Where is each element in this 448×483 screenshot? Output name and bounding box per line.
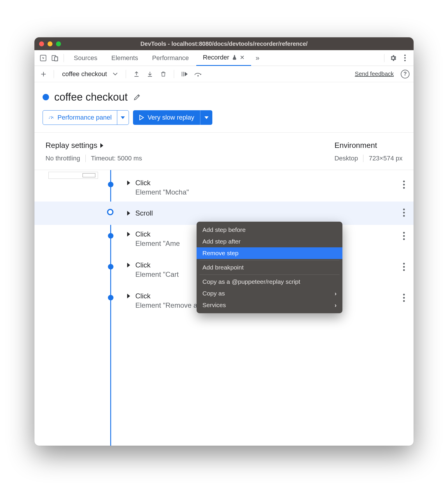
close-icon[interactable]: ✕	[240, 54, 245, 61]
device-value: Desktop	[335, 155, 358, 162]
recording-select[interactable]: coffee checkout	[59, 70, 120, 78]
step-subtitle: Element "Ame	[135, 239, 180, 248]
replay-button[interactable]: Very slow replay	[133, 110, 212, 125]
expand-step-icon[interactable]	[127, 263, 130, 267]
step-title: Click	[135, 230, 180, 238]
ctx-add-breakpoint[interactable]: Add breakpoint	[197, 262, 342, 273]
separator	[174, 70, 174, 78]
expand-step-icon[interactable]	[127, 211, 130, 216]
help-icon[interactable]: ?	[401, 70, 410, 78]
tab-elements[interactable]: Elements	[105, 50, 145, 66]
ctx-add-step-before[interactable]: Add step before	[197, 224, 342, 236]
window-controls	[39, 41, 61, 46]
expand-step-icon[interactable]	[127, 232, 130, 237]
replay-speed-dropdown[interactable]	[200, 110, 212, 125]
kebab-icon[interactable]	[400, 53, 410, 63]
titlebar: DevTools - localhost:8080/docs/devtools/…	[34, 37, 414, 50]
viewport-value: 723×574 px	[369, 155, 402, 162]
tab-performance[interactable]: Performance	[146, 50, 195, 66]
timeout-value: Timeout: 5000 ms	[91, 155, 142, 162]
replay-settings-heading[interactable]: Replay settings	[46, 141, 142, 150]
environment-heading: Environment	[335, 141, 402, 150]
performance-panel-dropdown[interactable]	[117, 111, 129, 125]
ctx-add-step-after[interactable]: Add step after	[197, 236, 342, 247]
ctx-remove-step[interactable]: Remove step	[197, 247, 342, 259]
zoom-window-button[interactable]	[56, 41, 61, 46]
step-row[interactable]: Click Element "Mocha"	[34, 174, 414, 202]
edit-title-icon[interactable]	[133, 93, 141, 101]
timeline-node	[108, 233, 113, 239]
steps-timeline: Click Element "Mocha" Scroll Click	[34, 170, 414, 446]
replay-button-label: Very slow replay	[148, 114, 194, 121]
svg-point-4	[197, 75, 199, 76]
recording-status-dot	[43, 94, 49, 100]
throttling-value: No throttling	[46, 155, 80, 162]
svg-rect-2	[55, 57, 58, 61]
performance-panel-label: Performance panel	[57, 114, 112, 121]
recording-header: coffee checkout Performance panel	[34, 82, 414, 133]
inspect-icon[interactable]	[38, 53, 48, 63]
step-over-icon[interactable]	[193, 69, 203, 79]
window-title: DevTools - localhost:8080/docs/devtools/…	[34, 41, 414, 47]
step-menu-icon[interactable]	[403, 209, 405, 217]
timeline-node	[108, 182, 113, 187]
expand-step-icon[interactable]	[127, 294, 130, 298]
chevron-down-icon	[113, 72, 118, 76]
step-menu-icon[interactable]	[403, 294, 405, 302]
performance-panel-button[interactable]: Performance panel	[43, 110, 129, 125]
recorder-toolbar: ＋ coffee checkout Send feedback ?	[34, 66, 414, 82]
window: DevTools - localhost:8080/docs/devtools/…	[34, 37, 414, 446]
separator	[54, 70, 54, 78]
add-recording-button[interactable]: ＋	[38, 68, 48, 80]
timeline-node	[107, 209, 113, 215]
separator	[384, 54, 384, 62]
close-window-button[interactable]	[39, 41, 44, 46]
ctx-copy-puppeteer[interactable]: Copy as a @puppeteer/replay script	[197, 276, 342, 288]
export-icon[interactable]	[131, 69, 142, 79]
ctx-services[interactable]: Services›	[197, 299, 342, 311]
chevron-right-icon: ›	[335, 302, 337, 309]
ctx-separator	[200, 274, 340, 275]
expand-icon	[100, 143, 103, 148]
recording-select-label: coffee checkout	[62, 70, 107, 78]
gear-icon[interactable]	[388, 53, 398, 63]
flask-icon	[232, 55, 237, 60]
minimize-window-button[interactable]	[48, 41, 52, 46]
step-menu-icon[interactable]	[403, 181, 405, 189]
delete-icon[interactable]	[158, 69, 169, 79]
more-tabs-icon[interactable]: »	[252, 53, 263, 63]
step-subtitle: Element "Mocha"	[135, 188, 189, 196]
chevron-right-icon: ›	[335, 290, 337, 297]
step-row[interactable]: Scroll	[34, 202, 414, 225]
send-feedback-link[interactable]: Send feedback	[355, 71, 394, 77]
step-menu-icon[interactable]	[403, 232, 405, 240]
timeline-node	[108, 295, 113, 300]
step-subtitle: Element "Cart	[135, 270, 179, 279]
step-title: Click	[135, 261, 179, 269]
settings-section: Replay settings No throttling Timeout: 5…	[34, 133, 414, 170]
ctx-copy-as[interactable]: Copy as›	[197, 288, 342, 299]
context-menu: Add step before Add step after Remove st…	[197, 222, 342, 313]
expand-step-icon[interactable]	[127, 181, 130, 185]
tab-sources[interactable]: Sources	[67, 50, 104, 66]
tab-recorder[interactable]: Recorder ✕	[196, 50, 251, 66]
separator	[126, 70, 126, 78]
step-menu-icon[interactable]	[403, 263, 405, 271]
step-replay-icon[interactable]	[179, 69, 190, 79]
device-toggle-icon[interactable]	[50, 53, 60, 63]
gauge-icon	[48, 114, 55, 121]
recording-title: coffee checkout	[54, 91, 128, 103]
play-icon	[139, 115, 144, 120]
timeline-node	[108, 264, 113, 270]
import-icon[interactable]	[145, 69, 155, 79]
devtools-tabbar: Sources Elements Performance Recorder ✕ …	[34, 50, 414, 66]
step-title: Scroll	[135, 209, 153, 217]
separator	[64, 54, 64, 62]
step-title: Click	[135, 179, 189, 187]
ctx-separator	[200, 260, 340, 260]
